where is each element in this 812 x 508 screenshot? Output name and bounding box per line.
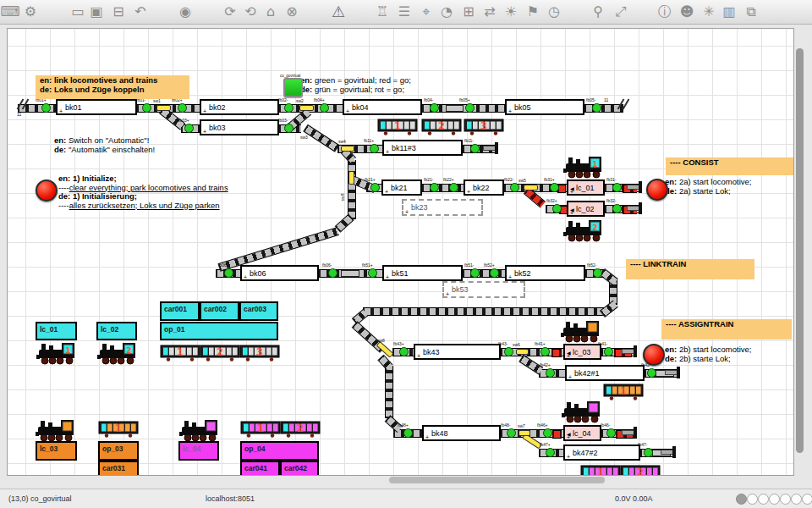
sensor-fb47-[interactable] [644, 448, 653, 457]
passenger-car-icon[interactable]: 1 [603, 384, 644, 400]
page-dot-4[interactable] [769, 494, 780, 505]
block-bk52[interactable]: bk52+ [505, 265, 585, 281]
symbol-block-car001[interactable]: car001 [160, 301, 200, 321]
trains-icon[interactable]: ♖ [372, 2, 392, 22]
sensor-fb21+[interactable] [370, 183, 380, 192]
symbol-block-car003[interactable]: car003 [239, 301, 278, 321]
track-segment-gray[interactable] [446, 105, 464, 112]
open-workspace-icon[interactable]: ▭ [68, 2, 88, 22]
track-segment-vertical[interactable] [385, 366, 393, 418]
sensor-fb11+[interactable] [370, 144, 379, 153]
locomotive-icon[interactable] [179, 420, 220, 442]
sensor-fb22-[interactable] [510, 183, 519, 192]
block-bk05[interactable]: bk05+ [505, 99, 584, 115]
locomotive-icon[interactable]: 1 [36, 343, 77, 365]
horizontal-scrollbar-thumb[interactable] [389, 477, 605, 483]
track-segment-gray[interactable] [341, 270, 359, 277]
block-bk06[interactable]: bk06+ [240, 265, 319, 281]
block-bk21[interactable]: bk21+ [381, 179, 422, 196]
sensor-fb02+[interactable] [178, 103, 187, 113]
sensor-fb46-[interactable] [606, 428, 616, 438]
actions-list-icon[interactable]: ☰ [394, 2, 414, 22]
page-dot-2[interactable] [747, 494, 758, 505]
switch-sw7h[interactable] [518, 430, 530, 436]
symbol-block-car042[interactable]: car042 [280, 461, 319, 476]
locomotive-icon[interactable]: 2 [563, 220, 604, 242]
feedback-user-icon[interactable]: ☻ [677, 2, 697, 22]
sensor-fb01+[interactable] [41, 103, 51, 113]
sensor-fb41-[interactable] [604, 347, 613, 356]
track-segment-vertical[interactable] [348, 160, 356, 219]
speed-gauge-icon[interactable]: ◔ [436, 2, 457, 22]
sensor-fb42-[interactable] [647, 368, 656, 378]
page-dot-7[interactable] [802, 494, 812, 505]
page-dot-3[interactable] [758, 494, 769, 505]
track-diagonal[interactable] [600, 301, 618, 318]
save-icon[interactable]: ▣ [86, 2, 107, 22]
sensor-fb05+[interactable] [465, 103, 475, 113]
sensor-fb32-[interactable] [612, 204, 622, 213]
remote-throttle-icon[interactable]: ⌨ [0, 2, 20, 22]
auto-flag-icon[interactable]: ⚑ [523, 2, 543, 22]
shuffle-icon[interactable]: ⇄ [480, 2, 500, 22]
routes-icon[interactable]: ⊞ [458, 2, 479, 22]
passenger-car-icon[interactable]: 3 [464, 119, 504, 135]
home-icon[interactable]: ⌂ [261, 2, 281, 22]
passenger-car-icon[interactable]: 2 [280, 421, 321, 438]
sensor-fb43-[interactable] [504, 347, 513, 356]
locomotive-icon[interactable] [562, 401, 602, 423]
sensor-fb04-[interactable] [430, 103, 439, 113]
sensor-fb32+[interactable] [552, 204, 562, 213]
sensor-fb52-[interactable] [593, 268, 602, 278]
clock-icon[interactable]: ◷ [544, 2, 564, 22]
block-bk53[interactable]: bk53+ [442, 281, 525, 298]
locomotive-icon[interactable] [561, 321, 601, 343]
block-bk22[interactable]: bk22+ [464, 179, 504, 196]
symbol-block-car031[interactable]: car031 [98, 461, 139, 476]
sensor-fb03+[interactable] [184, 124, 194, 133]
block-bk11#3[interactable]: bk11#3+ [382, 140, 463, 156]
track-plan-canvas[interactable]: fb01+fb01-fb02+fb02-fb04+fb04-fb05+fb05-… [7, 28, 794, 476]
switch-sw1[interactable] [156, 105, 171, 111]
sensor-fb11-[interactable] [470, 144, 480, 153]
track-segment-red[interactable] [551, 349, 562, 357]
symbol-block-lc_04[interactable]: lc_04 [178, 441, 219, 461]
symbol-block-op_01[interactable]: op_01 [160, 322, 278, 340]
info-icon[interactable]: ⓘ [655, 2, 675, 22]
block-bk51[interactable]: bk51+ [382, 265, 463, 281]
symbol-block-car041[interactable]: car041 [240, 461, 280, 476]
trace-bug-icon[interactable]: ✳ [699, 2, 719, 22]
properties-gears-icon[interactable]: ⚙ [20, 2, 41, 22]
locomotive-icon[interactable] [36, 420, 76, 442]
sensor-fb31-[interactable] [612, 183, 622, 192]
block-lc_03[interactable]: ◀lc_03+ [563, 344, 601, 360]
block-bk01[interactable]: bk01+ [56, 99, 137, 115]
sensor-fb04+[interactable] [320, 103, 329, 113]
restart-icon[interactable]: ⟲ [240, 2, 261, 22]
switch-sw2[interactable] [299, 105, 314, 111]
sensor-fb31+[interactable] [550, 183, 559, 192]
sensor-fb48-[interactable] [507, 428, 516, 438]
locomotive-icon[interactable]: 1 [563, 157, 604, 179]
sensor-fb01-[interactable] [142, 103, 151, 113]
power-icon[interactable]: ◉ [175, 2, 195, 22]
action-button-co_govirtual[interactable] [283, 78, 303, 97]
help-books-icon[interactable]: ⧉ [741, 2, 761, 22]
page-dot-6[interactable] [791, 494, 802, 505]
locomotive-icon[interactable]: 2 [97, 343, 138, 365]
symbol-block-op_04[interactable]: op_04 [240, 441, 319, 461]
sensor-fb06+[interactable] [224, 268, 233, 278]
passenger-car-icon[interactable]: 1 [98, 421, 139, 438]
action-button-start-loco-2b-button[interactable] [643, 344, 665, 366]
passenger-car-icon[interactable]: 2 [620, 465, 661, 476]
sensor-fb05-[interactable] [592, 103, 601, 113]
fullscreen-icon[interactable]: ⤢ [611, 2, 631, 22]
vertical-scrollbar-thumb[interactable] [796, 48, 804, 453]
block-lc_01[interactable]: ◀lc_01+ [567, 179, 605, 196]
passenger-car-icon[interactable]: 2 [200, 345, 240, 362]
controller-icon[interactable]: ⌖ [416, 2, 436, 22]
sensor-fb46+[interactable] [543, 428, 552, 438]
track-segment-red[interactable] [552, 430, 562, 439]
track-segment[interactable] [363, 307, 604, 316]
zoom-icon[interactable]: ⚲ [588, 2, 608, 22]
